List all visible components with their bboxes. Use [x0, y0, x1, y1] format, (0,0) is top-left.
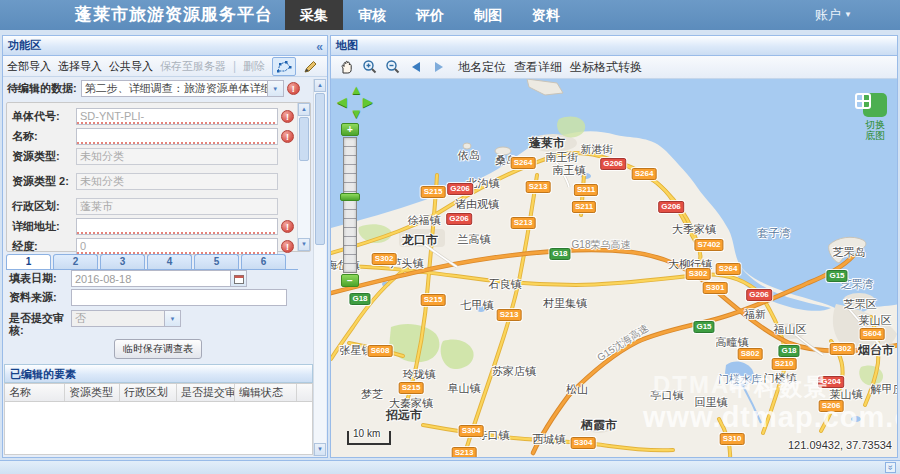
- panel-scrollbar[interactable]: ▲ ▼: [313, 79, 326, 456]
- form-row-3: 资源类型 2:未知分类: [12, 166, 294, 196]
- field-input-1[interactable]: [76, 128, 278, 145]
- zoom-out-slider-button[interactable]: −: [341, 274, 359, 287]
- tab-3[interactable]: 3: [100, 254, 145, 269]
- tab-4[interactable]: 4: [147, 254, 192, 269]
- grid-column-1[interactable]: 资源类型: [65, 384, 120, 401]
- map-panel-header: 地图: [331, 36, 897, 56]
- nav-item-1[interactable]: 审核: [343, 0, 401, 30]
- zoom-in-button[interactable]: [360, 58, 380, 76]
- calendar-icon[interactable]: [231, 270, 247, 287]
- field-input-5[interactable]: [76, 218, 278, 235]
- data-source-row: 资料来源:: [9, 289, 297, 306]
- grid-column-2[interactable]: 行政区划: [120, 384, 177, 401]
- survey-form-rows: 单体代号:SD-YNT-PLI-!名称:!资源类型:未知分类资源类型 2:未知分…: [12, 106, 294, 256]
- tab-2[interactable]: 2: [53, 254, 98, 269]
- nav-item-4[interactable]: 资料: [517, 0, 575, 30]
- nav-item-2[interactable]: 评价: [401, 0, 459, 30]
- fill-date-label: 填表日期:: [9, 270, 71, 284]
- data-source-input[interactable]: [71, 289, 287, 306]
- form-row-4: 行政区划:蓬莱市: [12, 196, 294, 216]
- account-label: 账户: [815, 7, 841, 22]
- calendar-glyph: [234, 274, 244, 284]
- field-input-3: 未知分类: [76, 173, 278, 190]
- required-icon: !: [281, 130, 294, 143]
- tab-1[interactable]: 1: [6, 254, 51, 269]
- zoom-track[interactable]: [343, 137, 357, 273]
- edited-features-grid-header: 名称资源类型行政区划是否提交审核编辑状态: [4, 383, 313, 402]
- grid-column-4[interactable]: 编辑状态: [235, 384, 297, 401]
- zoom-handle[interactable]: [340, 193, 360, 201]
- grid-glyph: [855, 93, 871, 109]
- zoom-slider: + −: [340, 123, 360, 287]
- pan-left-icon[interactable]: ◀: [337, 95, 347, 108]
- zoom-in-icon: [362, 59, 378, 75]
- data-source-label: 资料来源:: [9, 289, 71, 303]
- temp-save-button[interactable]: 临时保存调查表: [114, 339, 202, 359]
- required-icon: !: [281, 240, 294, 253]
- pending-data-value: 第二步、详细调查：旅游资源单体详细调查表: [82, 81, 267, 96]
- top-navbar: 蓬莱市旅游资源服务平台 采集审核评价制图资料 账户▼: [0, 0, 900, 30]
- survey-form: 单体代号:SD-YNT-PLI-!名称:!资源类型:未知分类资源类型 2:未知分…: [6, 102, 311, 252]
- field-input-0[interactable]: SD-YNT-PLI-: [76, 108, 278, 125]
- nav-item-0[interactable]: 采集: [285, 0, 343, 30]
- scroll-up-icon[interactable]: ▲: [298, 103, 310, 116]
- tab-6[interactable]: 6: [241, 254, 286, 269]
- chevron-down-icon[interactable]: ▼: [164, 311, 180, 326]
- expand-south-icon[interactable]: «: [885, 462, 896, 473]
- back-arrow-icon: [412, 62, 420, 72]
- grid-column-0[interactable]: 名称: [5, 384, 65, 401]
- pan-right-icon[interactable]: ▶: [363, 95, 373, 108]
- field-input-6[interactable]: 0: [76, 238, 278, 255]
- scroll-down-icon[interactable]: ▼: [298, 238, 310, 251]
- forward-arrow-icon: [435, 62, 443, 72]
- pan-hand-button[interactable]: [337, 58, 357, 76]
- pan-up-icon[interactable]: ▲: [350, 83, 363, 96]
- pending-data-combo[interactable]: 第二步、详细调查：旅游资源单体详细调查表 ▼: [81, 80, 284, 97]
- map-toolbar-link-0[interactable]: 地名定位: [458, 59, 506, 76]
- submit-review-select[interactable]: 否 ▼: [71, 310, 181, 327]
- scrollbar-thumb[interactable]: [299, 117, 309, 161]
- collapse-panel-icon[interactable]: «: [316, 38, 323, 57]
- toolbar-separator: |: [233, 59, 236, 74]
- account-menu[interactable]: 账户▼: [815, 0, 900, 30]
- map-toolbar-links: 地名定位查看详细坐标格式转换: [458, 59, 650, 76]
- form-tabs: 123456: [6, 254, 298, 270]
- form-scrollbar[interactable]: ▲ ▼: [297, 103, 310, 251]
- field-label: 经度:: [12, 241, 76, 252]
- chevron-down-icon[interactable]: ▼: [267, 81, 283, 96]
- switch-basemap-button[interactable]: 切换底图: [855, 93, 895, 141]
- tab-5[interactable]: 5: [194, 254, 239, 269]
- save-row: 临时保存调查表: [3, 339, 313, 359]
- map-toolbar-link-1[interactable]: 查看详细: [514, 59, 562, 76]
- field-label: 详细地址:: [12, 221, 76, 232]
- zoom-in-slider-button[interactable]: +: [341, 123, 359, 136]
- pan-control: ▲ ◀ ▶ ▼: [337, 83, 375, 121]
- scalebar-label: 10 km: [353, 428, 380, 439]
- required-icon: !: [281, 110, 294, 123]
- map-canvas[interactable]: 依岛桑岛蓬莱市新港街南王街南王镇北沟镇诸由观镇徐福镇龙口市兰高镇芦头镇海岱镇石良…: [331, 79, 897, 457]
- function-panel-header: 功能区 «: [3, 36, 327, 56]
- nav-item-3[interactable]: 制图: [459, 0, 517, 30]
- form-row-2: 资源类型:未知分类: [12, 146, 294, 166]
- form-row-6: 经度:0!: [12, 236, 294, 256]
- field-input-2: 未知分类: [76, 148, 278, 165]
- grid-column-filler: [297, 384, 312, 401]
- back-button[interactable]: [406, 58, 426, 76]
- polygon-select-button[interactable]: [272, 57, 296, 76]
- fill-date-input[interactable]: 2016-08-18: [71, 270, 231, 287]
- scroll-down-icon[interactable]: ▼: [314, 443, 326, 456]
- required-icon: !: [281, 220, 294, 233]
- pan-down-icon[interactable]: ▼: [350, 107, 363, 120]
- forward-button[interactable]: [429, 58, 449, 76]
- toolbar-link-0[interactable]: 全部导入: [7, 59, 51, 74]
- zoom-out-button[interactable]: [383, 58, 403, 76]
- map-toolbar-link-2[interactable]: 坐标格式转换: [570, 59, 642, 76]
- toolbar-link-1[interactable]: 选择导入: [58, 59, 102, 74]
- hand-icon: [339, 59, 355, 75]
- scroll-up-icon[interactable]: ▲: [314, 79, 326, 92]
- edit-pencil-button[interactable]: [300, 58, 320, 75]
- toolbar-link-2[interactable]: 公共导入: [109, 59, 153, 74]
- grid-column-3[interactable]: 是否提交审核: [177, 384, 235, 401]
- scrollbar-thumb[interactable]: [315, 93, 325, 245]
- submit-review-value: 否: [72, 311, 164, 326]
